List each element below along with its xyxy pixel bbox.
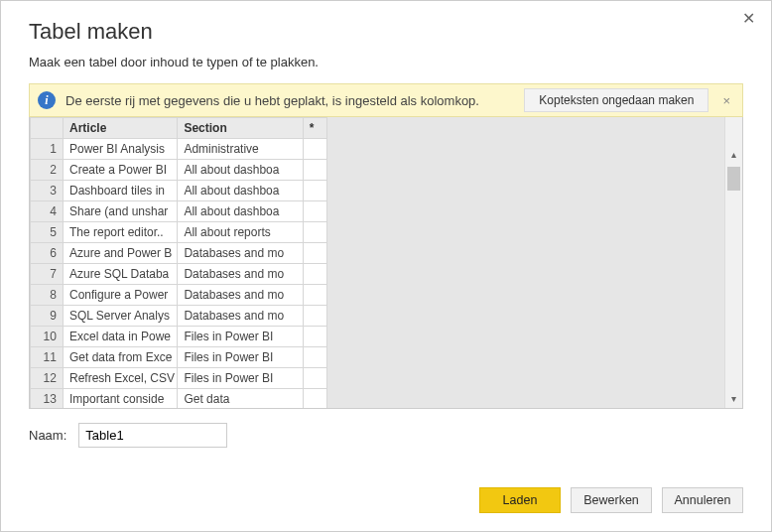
scroll-down-icon[interactable]: ▾ — [725, 391, 742, 406]
empty-cell[interactable] — [303, 181, 326, 201]
section-cell[interactable]: All about dashboa — [178, 201, 303, 222]
empty-cell[interactable] — [303, 243, 326, 264]
row-number-cell: 5 — [31, 222, 64, 243]
data-table[interactable]: Article Section * 1Power BI AnalysisAdmi… — [30, 117, 327, 408]
article-cell[interactable]: Configure a Power — [63, 285, 177, 306]
name-input[interactable] — [78, 423, 227, 448]
table-scroll-area[interactable]: Article Section * 1Power BI AnalysisAdmi… — [30, 117, 724, 408]
row-number-cell: 8 — [31, 285, 64, 306]
empty-cell[interactable] — [303, 347, 326, 368]
empty-cell[interactable] — [303, 264, 326, 285]
table-row[interactable]: 9SQL Server AnalysDatabases and mo — [31, 306, 327, 327]
table-row[interactable]: 8Configure a PowerDatabases and mo — [31, 285, 327, 306]
article-cell[interactable]: Azure SQL Databa — [63, 264, 177, 285]
empty-cell[interactable] — [303, 139, 326, 160]
dialog: Tabel maken Maak een tabel door inhoud t… — [1, 1, 771, 531]
section-cell[interactable]: Databases and mo — [178, 243, 303, 264]
name-row: Naam: — [29, 423, 743, 448]
section-cell[interactable]: All about reports — [178, 222, 303, 243]
info-text: De eerste rij met gegevens die u hebt ge… — [65, 93, 514, 108]
dialog-title: Tabel maken — [29, 19, 743, 45]
empty-cell[interactable] — [303, 327, 326, 347]
table-row[interactable]: 12Refresh Excel, CSVFiles in Power BI — [31, 368, 327, 389]
article-cell[interactable]: Refresh Excel, CSV — [63, 368, 177, 389]
section-cell[interactable]: Get data — [178, 389, 303, 409]
table-row[interactable]: 3Dashboard tiles inAll about dashboa — [31, 181, 327, 201]
empty-cell[interactable] — [303, 285, 326, 306]
article-cell[interactable]: The report editor.. — [63, 222, 177, 243]
article-cell[interactable]: Azure and Power B — [63, 243, 177, 264]
section-cell[interactable]: Files in Power BI — [178, 368, 303, 389]
edit-button[interactable]: Bewerken — [571, 487, 652, 513]
info-close-icon[interactable]: × — [718, 93, 734, 108]
section-cell[interactable]: All about dashboa — [178, 160, 303, 181]
section-cell[interactable]: Databases and mo — [178, 306, 303, 327]
vertical-scrollbar[interactable]: ▴ ▾ — [724, 117, 742, 408]
row-number-cell: 2 — [31, 160, 64, 181]
article-cell[interactable]: Power BI Analysis — [63, 139, 177, 160]
article-cell[interactable]: SQL Server Analys — [63, 306, 177, 327]
table-row[interactable]: 5The report editor..All about reports — [31, 222, 327, 243]
article-cell[interactable]: Important conside — [63, 389, 177, 409]
row-number-cell: 7 — [31, 264, 64, 285]
column-header-section[interactable]: Section — [178, 118, 303, 139]
row-number-cell: 6 — [31, 243, 64, 264]
table-row[interactable]: 1Power BI AnalysisAdministrative — [31, 139, 327, 160]
dialog-subtitle: Maak een tabel door inhoud te typen of t… — [29, 55, 743, 69]
row-number-cell: 11 — [31, 347, 64, 368]
article-cell[interactable]: Share (and unshar — [63, 201, 177, 222]
button-row: Laden Bewerken Annuleren — [29, 466, 743, 513]
scrollbar-thumb[interactable] — [727, 167, 740, 191]
section-cell[interactable]: Databases and mo — [178, 264, 303, 285]
article-cell[interactable]: Excel data in Powe — [63, 327, 177, 347]
article-cell[interactable]: Dashboard tiles in — [63, 181, 177, 201]
info-icon: i — [38, 91, 56, 109]
load-button[interactable]: Laden — [479, 487, 561, 513]
table-row[interactable]: 4Share (and unsharAll about dashboa — [31, 201, 327, 222]
empty-cell[interactable] — [303, 222, 326, 243]
section-cell[interactable]: Files in Power BI — [178, 347, 303, 368]
row-number-cell: 3 — [31, 181, 64, 201]
undo-headers-button[interactable]: Kopteksten ongedaan maken — [524, 88, 708, 112]
table-row[interactable]: 2Create a Power BIAll about dashboa — [31, 160, 327, 181]
empty-cell[interactable] — [303, 389, 326, 409]
table-header-row: Article Section * — [31, 118, 327, 139]
row-number-cell: 10 — [31, 327, 64, 347]
article-cell[interactable]: Get data from Exce — [63, 347, 177, 368]
close-icon[interactable]: ✕ — [736, 7, 761, 30]
table-row[interactable]: 13Important consideGet data — [31, 389, 327, 409]
table-container: Article Section * 1Power BI AnalysisAdmi… — [29, 117, 743, 409]
table-row[interactable]: 6Azure and Power BDatabases and mo — [31, 243, 327, 264]
section-cell[interactable]: Administrative — [178, 139, 303, 160]
table-row[interactable]: 7Azure SQL DatabaDatabases and mo — [31, 264, 327, 285]
cancel-button[interactable]: Annuleren — [662, 487, 743, 513]
table-row[interactable]: 10Excel data in PoweFiles in Power BI — [31, 327, 327, 347]
name-label: Naam: — [29, 428, 66, 443]
row-number-cell: 12 — [31, 368, 64, 389]
row-number-cell: 1 — [31, 139, 64, 160]
section-cell[interactable]: Files in Power BI — [178, 327, 303, 347]
info-bar: i De eerste rij met gegevens die u hebt … — [29, 83, 743, 117]
empty-cell[interactable] — [303, 201, 326, 222]
empty-cell[interactable] — [303, 160, 326, 181]
column-header-article[interactable]: Article — [63, 118, 177, 139]
article-cell[interactable]: Create a Power BI — [63, 160, 177, 181]
row-number-cell: 9 — [31, 306, 64, 327]
column-header-add[interactable]: * — [303, 118, 326, 139]
empty-cell[interactable] — [303, 306, 326, 327]
row-number-header — [31, 118, 64, 139]
row-number-cell: 13 — [31, 389, 64, 409]
section-cell[interactable]: Databases and mo — [178, 285, 303, 306]
table-row[interactable]: 11Get data from ExceFiles in Power BI — [31, 347, 327, 368]
section-cell[interactable]: All about dashboa — [178, 181, 303, 201]
row-number-cell: 4 — [31, 201, 64, 222]
empty-cell[interactable] — [303, 368, 326, 389]
scroll-up-icon[interactable]: ▴ — [725, 147, 742, 162]
